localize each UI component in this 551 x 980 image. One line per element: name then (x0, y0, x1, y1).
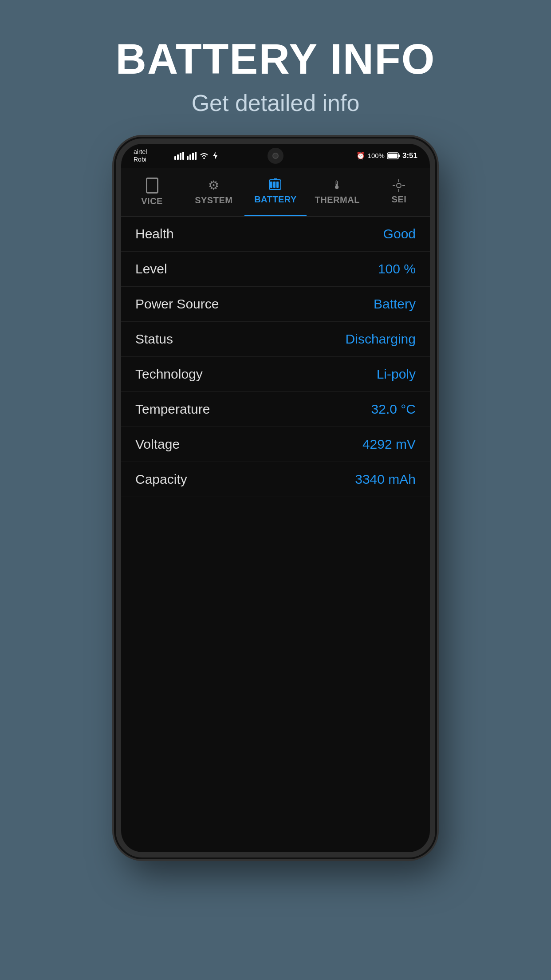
svg-rect-4 (187, 156, 189, 160)
svg-rect-16 (273, 182, 276, 188)
battery-row-label: Power Source (135, 296, 219, 312)
battery-row-label: Temperature (135, 402, 210, 417)
battery-row-label: Technology (135, 367, 203, 382)
battery-info-row: Level100 % (121, 252, 430, 287)
battery-info-row: TechnologyLi-poly (121, 357, 430, 392)
battery-info-row: StatusDischarging (121, 322, 430, 357)
battery-row-value: Battery (374, 296, 416, 312)
battery-row-label: Level (135, 261, 167, 277)
svg-point-18 (397, 183, 401, 188)
svg-rect-2 (180, 153, 181, 160)
thermometer-icon: 🌡 (331, 178, 343, 192)
status-bar-carrier: airtel Robi (134, 148, 147, 163)
svg-marker-9 (213, 152, 217, 160)
battery-row-value: Li-poly (377, 367, 416, 382)
status-time: 3:51 (402, 151, 417, 160)
battery-info-row: HealthGood (121, 217, 430, 252)
status-bar: airtel Robi (121, 144, 430, 168)
signal-icon-1 (174, 152, 184, 160)
svg-rect-1 (177, 154, 179, 160)
battery-info-row: Temperature32.0 °C (121, 392, 430, 427)
battery-percent: 100% (368, 152, 385, 159)
svg-rect-0 (174, 156, 176, 160)
tab-battery[interactable]: BATTERY (244, 168, 306, 216)
svg-rect-14 (274, 178, 277, 180)
tab-device[interactable]: VICE (121, 168, 183, 216)
battery-row-label: Voltage (135, 437, 180, 452)
battery-row-value: 3340 mAh (355, 472, 416, 487)
svg-rect-7 (195, 152, 197, 160)
svg-rect-12 (388, 154, 398, 158)
empty-content-area (121, 497, 430, 852)
svg-rect-11 (398, 154, 400, 157)
svg-point-8 (203, 157, 205, 159)
tab-system[interactable]: ⚙ SYSTEM (183, 168, 244, 216)
svg-rect-6 (192, 153, 194, 160)
battery-row-value: Discharging (346, 332, 416, 347)
battery-row-value: Good (383, 226, 416, 241)
wifi-icon (199, 152, 209, 160)
sensor-icon (393, 179, 405, 192)
tab-system-label: SYSTEM (195, 195, 232, 205)
tab-sensor[interactable]: SEI (368, 168, 430, 216)
tab-thermal-label: THERMAL (315, 195, 360, 205)
battery-row-label: Health (135, 226, 174, 241)
tab-device-label: VICE (141, 196, 163, 206)
tab-battery-label: BATTERY (254, 194, 297, 205)
phone-mockup: airtel Robi (116, 138, 435, 858)
bolt-icon (212, 152, 219, 160)
svg-rect-17 (276, 182, 279, 188)
battery-status-icon (387, 152, 400, 159)
battery-info-row: Capacity3340 mAh (121, 462, 430, 497)
page-title: BATTERY INFO (116, 36, 436, 83)
tab-bar: VICE ⚙ SYSTEM BATTERY 🌡 (121, 168, 430, 217)
battery-info-row: Power SourceBattery (121, 287, 430, 322)
svg-rect-5 (189, 154, 191, 160)
status-bar-right: ⏰ 100% 3:51 (356, 151, 417, 160)
page-header: BATTERY INFO Get detailed info (116, 36, 436, 116)
battery-tab-icon (268, 178, 283, 192)
signal-icon-2 (187, 152, 197, 160)
battery-row-value: 32.0 °C (371, 402, 416, 417)
device-icon (146, 178, 158, 194)
tab-sensor-label: SEI (392, 194, 407, 205)
page-subtitle: Get detailed info (116, 90, 436, 116)
alarm-icon: ⏰ (356, 151, 365, 160)
battery-row-label: Status (135, 332, 173, 347)
battery-row-value: 100 % (378, 261, 416, 277)
battery-row-label: Capacity (135, 472, 187, 487)
svg-rect-15 (270, 182, 272, 188)
battery-info-row: Voltage4292 mV (121, 427, 430, 462)
battery-info-table: HealthGoodLevel100 %Power SourceBatteryS… (121, 217, 430, 497)
gear-icon: ⚙ (208, 178, 219, 193)
camera-notch (268, 148, 283, 164)
svg-rect-3 (182, 152, 184, 160)
tab-thermal[interactable]: 🌡 THERMAL (307, 168, 368, 216)
battery-row-value: 4292 mV (362, 437, 416, 452)
